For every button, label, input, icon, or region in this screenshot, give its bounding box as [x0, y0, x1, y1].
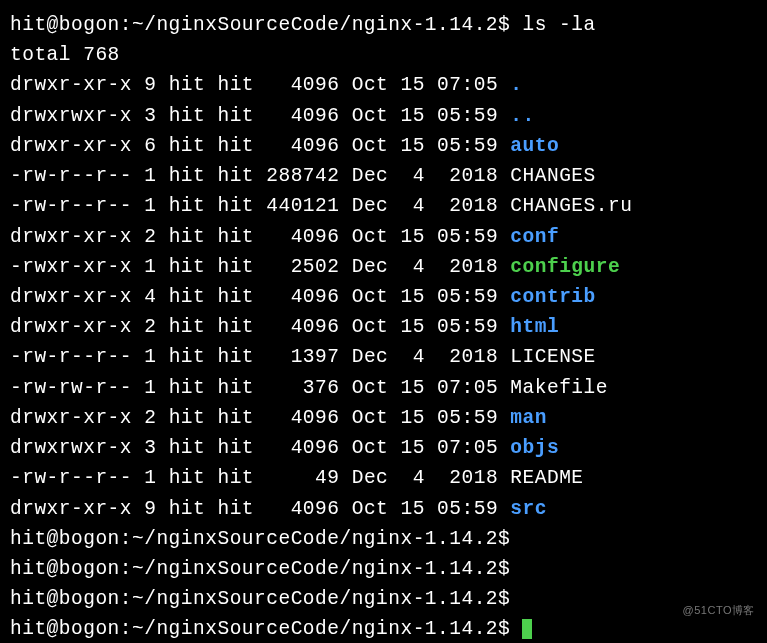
- file-owner: hit: [169, 467, 206, 489]
- file-links: 1: [144, 195, 156, 217]
- terminal-line: drwxr-xr-x 9 hit hit 4096 Oct 15 05:59 s…: [10, 494, 757, 524]
- file-owner: hit: [169, 226, 206, 248]
- file-perms: drwxr-xr-x: [10, 226, 132, 248]
- file-size: 288742: [266, 165, 339, 187]
- file-perms: drwxrwxr-x: [10, 437, 132, 459]
- watermark-text: @51CTO博客: [683, 602, 755, 619]
- file-links: 2: [144, 407, 156, 429]
- file-name: man: [510, 407, 547, 429]
- file-size: 4096: [266, 286, 339, 308]
- terminal-line: drwxr-xr-x 9 hit hit 4096 Oct 15 07:05 .: [10, 70, 757, 100]
- terminal-line: drwxr-xr-x 2 hit hit 4096 Oct 15 05:59 c…: [10, 222, 757, 252]
- file-date: Oct 15 05:59: [352, 407, 498, 429]
- file-perms: -rw-r--r--: [10, 467, 132, 489]
- file-size: 4096: [266, 498, 339, 520]
- file-group: hit: [217, 316, 254, 338]
- file-owner: hit: [169, 195, 206, 217]
- file-size: 4096: [266, 105, 339, 127]
- file-links: 6: [144, 135, 156, 157]
- file-date: Oct 15 05:59: [352, 498, 498, 520]
- file-date: Dec 4 2018: [352, 256, 498, 278]
- terminal-line: drwxr-xr-x 6 hit hit 4096 Oct 15 05:59 a…: [10, 131, 757, 161]
- file-perms: -rw-r--r--: [10, 346, 132, 368]
- terminal-line: hit@bogon:~/nginxSourceCode/nginx-1.14.2…: [10, 554, 757, 584]
- file-name: src: [510, 498, 547, 520]
- file-size: 4096: [266, 135, 339, 157]
- cursor-icon[interactable]: [522, 619, 532, 639]
- file-date: Dec 4 2018: [352, 346, 498, 368]
- file-perms: -rw-r--r--: [10, 195, 132, 217]
- file-perms: drwxrwxr-x: [10, 105, 132, 127]
- terminal-line: drwxrwxr-x 3 hit hit 4096 Oct 15 07:05 o…: [10, 433, 757, 463]
- terminal-line: -rw-r--r-- 1 hit hit 1397 Dec 4 2018 LIC…: [10, 342, 757, 372]
- file-links: 1: [144, 256, 156, 278]
- file-size: 49: [266, 467, 339, 489]
- file-group: hit: [217, 498, 254, 520]
- file-name: Makefile: [510, 377, 608, 399]
- file-owner: hit: [169, 256, 206, 278]
- file-size: 376: [266, 377, 339, 399]
- terminal-line: -rw-r--r-- 1 hit hit 49 Dec 4 2018 READM…: [10, 463, 757, 493]
- file-links: 4: [144, 286, 156, 308]
- file-name: .: [510, 74, 522, 96]
- file-owner: hit: [169, 165, 206, 187]
- file-owner: hit: [169, 316, 206, 338]
- file-group: hit: [217, 256, 254, 278]
- terminal-line: total 768: [10, 40, 757, 70]
- file-name: CHANGES.ru: [510, 195, 632, 217]
- file-owner: hit: [169, 74, 206, 96]
- total-label: total 768: [10, 44, 120, 66]
- file-date: Oct 15 05:59: [352, 135, 498, 157]
- file-date: Oct 15 07:05: [352, 74, 498, 96]
- file-name: objs: [510, 437, 559, 459]
- terminal-output[interactable]: hit@bogon:~/nginxSourceCode/nginx-1.14.2…: [10, 10, 757, 643]
- file-name: LICENSE: [510, 346, 595, 368]
- file-owner: hit: [169, 377, 206, 399]
- file-name: README: [510, 467, 583, 489]
- file-perms: -rw-rw-r--: [10, 377, 132, 399]
- file-size: 4096: [266, 407, 339, 429]
- shell-prompt: hit@bogon:~/nginxSourceCode/nginx-1.14.2…: [10, 558, 510, 580]
- file-size: 2502: [266, 256, 339, 278]
- file-group: hit: [217, 165, 254, 187]
- file-date: Oct 15 07:05: [352, 437, 498, 459]
- file-size: 440121: [266, 195, 339, 217]
- terminal-line: drwxrwxr-x 3 hit hit 4096 Oct 15 05:59 .…: [10, 101, 757, 131]
- shell-prompt: hit@bogon:~/nginxSourceCode/nginx-1.14.2…: [10, 528, 510, 550]
- file-group: hit: [217, 195, 254, 217]
- file-owner: hit: [169, 407, 206, 429]
- file-date: Oct 15 05:59: [352, 286, 498, 308]
- file-links: 3: [144, 437, 156, 459]
- file-date: Oct 15 05:59: [352, 226, 498, 248]
- shell-prompt: hit@bogon:~/nginxSourceCode/nginx-1.14.2…: [10, 588, 510, 610]
- file-group: hit: [217, 286, 254, 308]
- terminal-line: -rw-r--r-- 1 hit hit 288742 Dec 4 2018 C…: [10, 161, 757, 191]
- file-group: hit: [217, 226, 254, 248]
- file-size: 4096: [266, 74, 339, 96]
- file-links: 1: [144, 377, 156, 399]
- file-size: 1397: [266, 346, 339, 368]
- file-date: Dec 4 2018: [352, 467, 498, 489]
- file-owner: hit: [169, 105, 206, 127]
- file-size: 4096: [266, 226, 339, 248]
- file-name: configure: [510, 256, 620, 278]
- file-perms: drwxr-xr-x: [10, 498, 132, 520]
- terminal-line: drwxr-xr-x 2 hit hit 4096 Oct 15 05:59 h…: [10, 312, 757, 342]
- file-links: 3: [144, 105, 156, 127]
- file-size: 4096: [266, 437, 339, 459]
- file-date: Oct 15 05:59: [352, 105, 498, 127]
- file-perms: drwxr-xr-x: [10, 316, 132, 338]
- file-date: Dec 4 2018: [352, 165, 498, 187]
- file-date: Oct 15 05:59: [352, 316, 498, 338]
- terminal-line: -rw-rw-r-- 1 hit hit 376 Oct 15 07:05 Ma…: [10, 373, 757, 403]
- file-name: html: [510, 316, 559, 338]
- file-group: hit: [217, 105, 254, 127]
- terminal-line: hit@bogon:~/nginxSourceCode/nginx-1.14.2…: [10, 584, 757, 614]
- file-perms: drwxr-xr-x: [10, 74, 132, 96]
- shell-prompt: hit@bogon:~/nginxSourceCode/nginx-1.14.2…: [10, 14, 522, 36]
- terminal-line: -rw-r--r-- 1 hit hit 440121 Dec 4 2018 C…: [10, 191, 757, 221]
- file-name: auto: [510, 135, 559, 157]
- file-links: 1: [144, 346, 156, 368]
- file-perms: drwxr-xr-x: [10, 135, 132, 157]
- file-owner: hit: [169, 498, 206, 520]
